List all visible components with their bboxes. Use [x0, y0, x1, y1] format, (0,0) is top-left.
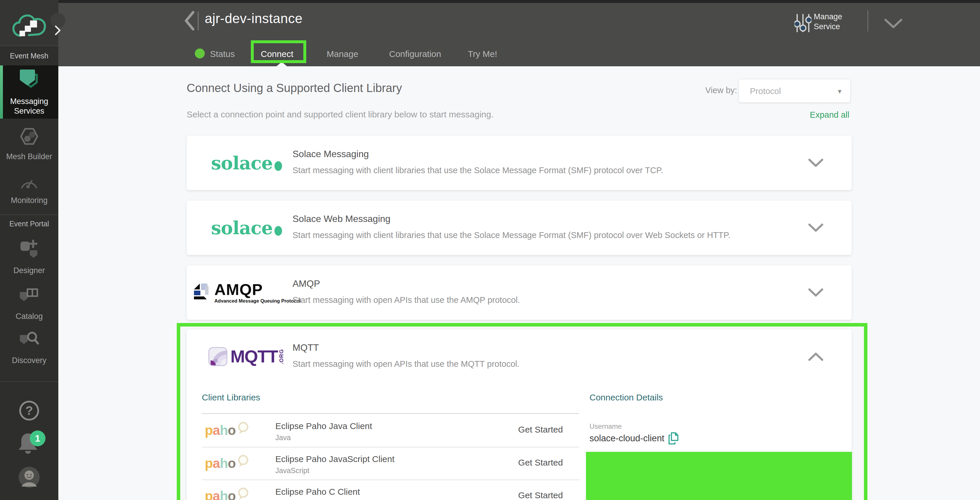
sidebar-item-label: Designer — [13, 266, 45, 276]
tab-status[interactable]: Status — [210, 49, 235, 59]
user-avatar[interactable] — [18, 466, 40, 489]
chevron-up-icon — [808, 352, 824, 361]
protocol-card-solace-web-messaging[interactable]: solace Solace Web Messaging Start messag… — [187, 201, 852, 255]
service-menu-button[interactable] — [884, 18, 903, 30]
library-name: Eclipse Paho C Client — [275, 487, 360, 497]
sidebar-item-mesh-builder[interactable]: Mesh Builder — [0, 123, 58, 166]
get-started-link[interactable]: Get Started — [518, 458, 563, 468]
active-tab-notch — [277, 62, 287, 66]
page-title: Connect Using a Supported Client Library — [187, 81, 402, 94]
card-description: Start messaging with client libraries th… — [293, 230, 730, 240]
paho-logo: paho — [205, 422, 250, 438]
chevron-right-icon — [54, 25, 62, 36]
mqtt-logo: MQTT .ORG — [203, 329, 290, 384]
service-name-title: ajr-dev-instance — [205, 11, 302, 26]
status-indicator-dot — [195, 48, 205, 58]
cloud-logo-icon — [11, 12, 47, 38]
sidebar-item-label: Monitoring — [11, 196, 48, 206]
tab-connect[interactable]: Connect — [261, 49, 293, 59]
discovery-icon — [19, 330, 40, 351]
copy-username-button[interactable] — [668, 432, 678, 444]
sidebar: Event Mesh Messaging Services Mesh Build… — [0, 0, 58, 500]
section-divider — [202, 413, 579, 414]
expand-all-link[interactable]: Expand all — [810, 110, 850, 120]
amqp-logo-tagline: Advanced Message Queuing Protocol — [215, 298, 301, 304]
protocol-card-amqp[interactable]: AMQP Advanced Message Queuing Protocol A… — [187, 265, 852, 320]
solace-logo-dot — [274, 226, 282, 236]
card-title: MQTT — [293, 342, 319, 353]
paho-logo: paho — [205, 488, 250, 500]
sidebar-item-label: Messaging Services — [0, 97, 58, 117]
view-by-dropdown[interactable]: Protocol ▾ — [738, 79, 851, 102]
connection-details-heading: Connection Details — [589, 393, 663, 403]
manage-service-label[interactable]: Manage Service — [814, 12, 861, 32]
paho-bubble-icon — [236, 454, 250, 468]
connect-page: Connect Using a Supported Client Library… — [58, 66, 980, 500]
sidebar-item-designer[interactable]: Designer — [0, 232, 58, 282]
collapse-card-button[interactable] — [808, 352, 824, 362]
sidebar-item-messaging-services[interactable]: Messaging Services — [0, 65, 58, 118]
view-by-selected-value: Protocol — [750, 86, 781, 96]
paho-bubble-icon — [236, 487, 250, 500]
client-libraries-heading: Client Libraries — [202, 393, 260, 403]
solace-logo: solace — [203, 201, 290, 255]
app-window: Event Mesh Messaging Services Mesh Build… — [0, 0, 980, 500]
avatar-icon — [18, 466, 40, 488]
username-value: solace-cloud-client — [589, 433, 664, 444]
highlight-connection-details-fill — [586, 452, 852, 500]
mqtt-logo-suffix: .ORG — [278, 349, 285, 364]
card-description: Start messaging with open APIs that use … — [293, 359, 519, 369]
amqp-logo-text: AMQP — [215, 282, 301, 297]
card-description: Start messaging with client libraries th… — [293, 166, 663, 175]
manage-service-button[interactable] — [794, 12, 811, 35]
get-started-link[interactable]: Get Started — [518, 490, 563, 500]
library-name: Eclipse Paho JavaScript Client — [275, 454, 395, 464]
tab-try-me[interactable]: Try Me! — [468, 49, 497, 59]
mqtt-logo-icon — [208, 347, 228, 366]
expand-card-button[interactable] — [808, 158, 824, 169]
title-divider — [198, 12, 199, 30]
notifications-button[interactable]: 1 — [17, 432, 41, 456]
app-logo[interactable] — [0, 0, 58, 46]
chevron-down-icon — [808, 288, 824, 297]
designer-icon — [19, 239, 39, 262]
sidebar-item-discovery[interactable]: Discovery — [0, 326, 58, 370]
username-label: Username — [589, 422, 622, 430]
username-row: solace-cloud-client — [589, 432, 678, 444]
view-by-label: View by: — [705, 86, 737, 95]
library-row-paho-java: paho Eclipse Paho Java Client Java Get S… — [202, 415, 579, 447]
chevron-down-icon — [884, 18, 903, 29]
expand-sidebar-button[interactable] — [50, 13, 65, 28]
event-portal-section-label: Event Portal — [0, 215, 58, 232]
window-top-strip — [0, 0, 980, 3]
card-title: AMQP — [293, 278, 320, 289]
header-divider — [867, 11, 868, 32]
tab-manage[interactable]: Manage — [327, 49, 358, 59]
expand-card-button[interactable] — [808, 224, 824, 233]
notification-badge: 1 — [30, 430, 46, 446]
back-button[interactable] — [184, 11, 196, 32]
shield-icon — [18, 68, 40, 93]
library-language: Java — [275, 433, 291, 442]
row-divider — [202, 479, 579, 480]
card-description: Start messaging with open APIs that use … — [293, 295, 520, 305]
help-button[interactable]: ? — [19, 401, 39, 420]
paho-logo: paho — [205, 455, 250, 471]
get-started-link[interactable]: Get Started — [518, 425, 563, 435]
solace-logo-dot — [274, 161, 282, 171]
card-title: Solace Web Messaging — [293, 214, 391, 224]
protocol-card-solace-messaging[interactable]: solace Solace Messaging Start messaging … — [187, 136, 852, 190]
tab-configuration[interactable]: Configuration — [389, 49, 441, 59]
dropdown-caret-icon: ▾ — [838, 87, 842, 96]
page-subtitle: Select a connection point and supported … — [187, 110, 493, 120]
solace-logo: solace — [203, 136, 290, 190]
library-name: Eclipse Paho Java Client — [275, 421, 372, 431]
help-icon: ? — [25, 404, 33, 418]
workspace-label: Event Mesh — [0, 46, 58, 65]
sidebar-item-label: Catalog — [16, 312, 43, 321]
paho-bubble-icon — [236, 421, 250, 435]
row-divider — [202, 447, 579, 447]
expand-card-button[interactable] — [808, 288, 824, 298]
sidebar-item-monitoring[interactable]: Monitoring — [0, 168, 58, 212]
sidebar-item-catalog[interactable]: Catalog — [0, 282, 58, 326]
